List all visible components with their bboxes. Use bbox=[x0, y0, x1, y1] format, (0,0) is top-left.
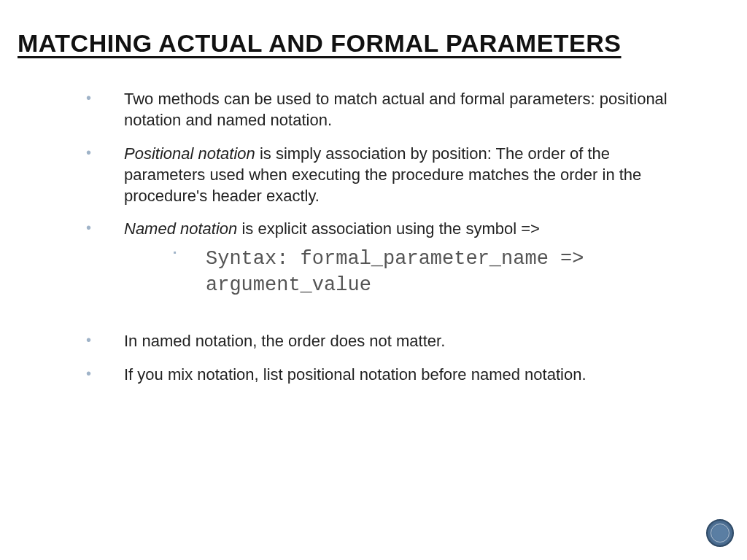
corner-decoration-icon bbox=[706, 519, 734, 547]
bullet-lead: Positional notation bbox=[124, 144, 255, 163]
sub-bullet-text: Syntax: formal_parameter_name => argumen… bbox=[206, 248, 584, 296]
sub-bullet-item: Syntax: formal_parameter_name => argumen… bbox=[169, 246, 689, 299]
slide: MATCHING ACTUAL AND FORMAL PARAMETERS Tw… bbox=[0, 0, 747, 560]
bullet-item: If you mix notation, list positional not… bbox=[83, 364, 689, 385]
bullet-text: If you mix notation, list positional not… bbox=[124, 365, 587, 384]
bullet-list: Two methods can be used to match actual … bbox=[83, 88, 689, 385]
bullet-item: In named notation, the order does not ma… bbox=[83, 330, 689, 351]
slide-title: MATCHING ACTUAL AND FORMAL PARAMETERS bbox=[18, 29, 729, 58]
bullet-lead: Named notation bbox=[124, 219, 237, 238]
bullet-item: Two methods can be used to match actual … bbox=[83, 88, 689, 131]
bullet-item: Named notation is explicit association u… bbox=[83, 218, 689, 298]
slide-content: Two methods can be used to match actual … bbox=[83, 88, 689, 385]
bullet-text: In named notation, the order does not ma… bbox=[124, 332, 445, 350]
bullet-rest: is explicit association using the symbol… bbox=[237, 219, 540, 238]
sub-bullet-list: Syntax: formal_parameter_name => argumen… bbox=[169, 246, 689, 299]
bullet-item: Positional notation is simply associatio… bbox=[83, 143, 689, 207]
bullet-text: Two methods can be used to match actual … bbox=[124, 90, 667, 129]
